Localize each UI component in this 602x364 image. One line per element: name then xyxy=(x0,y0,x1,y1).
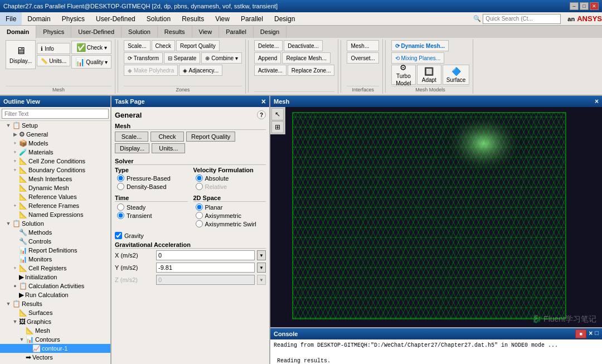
ribbon-btn-append[interactable]: Append xyxy=(254,52,281,64)
menu-view[interactable]: View xyxy=(210,12,235,25)
help-button[interactable]: ? xyxy=(257,110,266,119)
tree-item-run-calc[interactable]: ▶ Run Calculation xyxy=(0,290,110,299)
tool-tree[interactable]: ⊞ xyxy=(271,121,284,133)
report-quality-btn[interactable]: Report Quality xyxy=(186,132,235,142)
tree-item-ref-frames[interactable]: + 📐 Reference Frames xyxy=(0,201,110,210)
tree-item-models[interactable]: + 📦 Models xyxy=(0,139,110,148)
gravity-z-dropdown[interactable]: ▼ xyxy=(257,275,266,285)
tree-item-surfaces[interactable]: 📐 Surfaces xyxy=(0,308,110,317)
tree-item-contour1[interactable]: 📈 contour-1 xyxy=(0,344,110,353)
menu-file[interactable]: File xyxy=(0,12,22,25)
ribbon-btn-turbo-model[interactable]: ⚙ Turbo Model xyxy=(391,65,416,85)
gravity-y-field[interactable] xyxy=(156,263,255,273)
ribbon-btn-scale[interactable]: Scale... xyxy=(124,40,150,51)
tree-item-monitors[interactable]: 📊 Monitors xyxy=(0,255,110,264)
ribbon-btn-surface[interactable]: 🔷 Surface xyxy=(443,65,469,85)
menu-user-defined[interactable]: User-Defined xyxy=(90,12,141,25)
menu-solution[interactable]: Solution xyxy=(141,12,176,25)
minimize-button[interactable]: – xyxy=(570,2,579,10)
planar-radio[interactable]: Planar xyxy=(196,203,266,211)
tree-item-general[interactable]: ▶ ⚙ General xyxy=(0,130,110,139)
units-btn[interactable]: Units... xyxy=(152,143,185,153)
ribbon-btn-combine[interactable]: ⊕ Combine ▾ xyxy=(201,52,242,64)
tree-item-dynamic-mesh[interactable]: 📐 Dynamic Mesh xyxy=(0,183,110,192)
ribbon-btn-replace-zone[interactable]: Replace Zone... xyxy=(288,65,335,76)
ribbon-btn-display[interactable]: 🖥 Display... xyxy=(6,40,36,69)
ribbon-tab-solution[interactable]: Solution xyxy=(122,26,158,38)
tree-item-boundary[interactable]: + 📐 Boundary Conditions xyxy=(0,166,110,174)
quick-search-input[interactable] xyxy=(483,14,561,24)
tree-item-setup[interactable]: ▼ 📋 Setup xyxy=(0,121,110,130)
ribbon-tab-physics[interactable]: Physics xyxy=(36,26,71,38)
ribbon-btn-check-mesh[interactable]: Check xyxy=(152,40,175,51)
ribbon-btn-info[interactable]: ℹ Info xyxy=(37,43,70,54)
gravity-z-field[interactable] xyxy=(156,275,255,285)
console-content[interactable]: Reading from DESKTOP-GITMEQH:"D:/WeChat/… xyxy=(270,339,602,364)
ribbon-tab-domain[interactable]: Domain xyxy=(0,26,36,39)
ribbon-btn-mesh-interfaces[interactable]: Mesh... xyxy=(347,40,378,51)
ribbon-btn-separate[interactable]: ⊟ Separate xyxy=(164,52,200,64)
relative-radio[interactable]: Relative xyxy=(196,183,266,190)
console-expand[interactable]: □ xyxy=(595,329,599,338)
gravity-x-field[interactable] xyxy=(156,250,255,260)
ribbon-btn-adjacency[interactable]: ◈ Adjacency... xyxy=(179,65,222,76)
ribbon-tab-view[interactable]: View xyxy=(192,26,220,38)
ribbon-tab-design[interactable]: Design xyxy=(254,26,287,38)
tree-item-pathlines[interactable]: 〰 Pathlines xyxy=(0,362,110,364)
ribbon-btn-check[interactable]: ✅ Check ▾ xyxy=(71,41,111,54)
tree-item-materials[interactable]: + 🧪 Materials xyxy=(0,148,110,157)
ribbon-btn-transform[interactable]: ⟳ Transform xyxy=(124,52,163,64)
ribbon-tab-user-defined[interactable]: User-Defined xyxy=(71,26,122,38)
filter-input[interactable] xyxy=(2,109,109,119)
ribbon-btn-quality[interactable]: 📊 Quality ▾ xyxy=(71,55,111,69)
tree-item-mesh-results[interactable]: 📐 Mesh xyxy=(0,326,110,335)
menu-design[interactable]: Design xyxy=(269,12,300,25)
ribbon-btn-dynamic-mesh[interactable]: ⟳ Dynamic Mesh... xyxy=(391,40,449,51)
tree-item-vectors[interactable]: ➡ Vectors xyxy=(0,353,110,362)
tree-item-report-defs[interactable]: 📊 Report Definitions xyxy=(0,246,110,255)
ribbon-btn-adapt[interactable]: 🔲 Adapt xyxy=(417,65,441,85)
gravity-x-dropdown[interactable]: ▼ xyxy=(257,250,266,260)
ribbon-btn-delete[interactable]: Delete... xyxy=(254,40,283,51)
tree-item-ref-values[interactable]: 📐 Reference Values xyxy=(0,192,110,201)
tree-item-calc-act[interactable]: ● 📋 Calculation Activities xyxy=(0,282,110,290)
axisymmetric-radio[interactable]: Axisymmetric xyxy=(196,212,266,219)
menu-parallel[interactable]: Parallel xyxy=(235,12,269,25)
tree-item-contours[interactable]: ▼ 📊 Contours xyxy=(0,335,110,344)
tree-item-results[interactable]: ▼ 📋 Results xyxy=(0,299,110,308)
transient-radio[interactable]: Transient xyxy=(117,212,188,219)
menu-physics[interactable]: Physics xyxy=(56,12,90,25)
tree-item-methods[interactable]: 🔧 Methods xyxy=(0,228,110,237)
ribbon-tab-parallel[interactable]: Parallel xyxy=(219,26,254,38)
tree-item-cell-reg[interactable]: + 📐 Cell Registers xyxy=(0,264,110,273)
menu-domain[interactable]: Domain xyxy=(22,12,56,25)
ribbon-btn-overset[interactable]: Overset... xyxy=(347,52,378,64)
tree-item-cell-zone[interactable]: + 📐 Cell Zone Conditions xyxy=(0,157,110,166)
ribbon-btn-mixing-planes[interactable]: ⟲ Mixing Planes... xyxy=(391,52,444,64)
pressure-based-radio[interactable]: Pressure-Based xyxy=(117,174,188,182)
ribbon-btn-deactivate[interactable]: Deactivate... xyxy=(284,40,323,51)
tree-item-solution[interactable]: ▼ 📋 Solution xyxy=(0,219,110,228)
tree-item-init[interactable]: ▶ Initialization xyxy=(0,273,110,282)
tree-item-graphics[interactable]: ▼ 🖼 Graphics xyxy=(0,317,110,326)
ribbon-btn-make-polyhedra[interactable]: ◆ Make Polyhedra xyxy=(124,65,178,76)
close-button[interactable]: ✕ xyxy=(590,2,599,10)
menu-results[interactable]: Results xyxy=(176,12,210,25)
gravity-checkbox[interactable]: Gravity xyxy=(115,232,266,239)
density-based-radio[interactable]: Density-Based xyxy=(117,183,188,190)
tree-item-controls[interactable]: 🔧 Controls xyxy=(0,237,110,246)
scale-btn[interactable]: Scale... xyxy=(115,132,148,142)
check-btn[interactable]: Check xyxy=(151,132,184,142)
task-panel-close[interactable]: × xyxy=(261,97,266,106)
ribbon-btn-units[interactable]: 📏 Units... xyxy=(37,55,70,66)
ribbon-btn-report-quality[interactable]: Report Quality xyxy=(176,40,220,51)
tool-cursor[interactable]: ↖ xyxy=(271,108,284,120)
steady-radio[interactable]: Steady xyxy=(117,203,188,211)
console-close[interactable]: × xyxy=(589,329,593,338)
maximize-button[interactable]: □ xyxy=(580,2,589,10)
ribbon-btn-replace-mesh[interactable]: Replace Mesh... xyxy=(282,52,330,64)
ribbon-tab-results[interactable]: Results xyxy=(158,26,192,38)
console-clear-btn[interactable]: ■ xyxy=(575,329,586,338)
gravity-y-dropdown[interactable]: ▼ xyxy=(257,263,266,273)
absolute-radio[interactable]: Absolute xyxy=(196,174,266,182)
